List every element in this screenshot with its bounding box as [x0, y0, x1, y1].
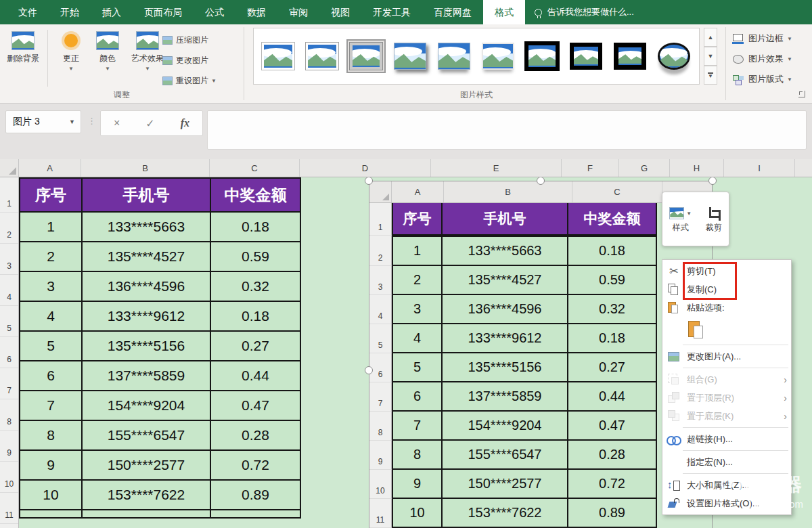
ribbon-tab[interactable]: 数据: [235, 0, 277, 24]
floating-picture[interactable]: ABC 1 序号 手机号 中奖金额 2 1 133****5663: [369, 181, 713, 528]
row-header[interactable]: 9: [0, 431, 18, 462]
cell-serial[interactable]: 10: [20, 481, 83, 510]
cell-amount[interactable]: 0.28: [211, 421, 300, 451]
cell-amount[interactable]: 0.27: [211, 332, 300, 361]
ribbon-tab[interactable]: 百度网盘: [422, 0, 483, 24]
cell-phone[interactable]: 154****9204: [83, 391, 211, 421]
picture-effects-button[interactable]: 图片效果 ▼: [732, 49, 792, 69]
column-header[interactable]: G: [619, 159, 670, 177]
row-header[interactable]: 1: [0, 177, 18, 213]
cell-phone[interactable]: 155****6547: [83, 421, 211, 451]
column-header[interactable]: A: [19, 159, 81, 177]
row-header[interactable]: 6: [0, 337, 18, 368]
column-header[interactable]: F: [562, 159, 619, 177]
worksheet[interactable]: 1234567891011 序号 手机号 中奖金额 1 133****5663 …: [0, 177, 812, 528]
name-box[interactable]: 图片 3 ▼: [5, 110, 81, 133]
cell-amount[interactable]: 0.18: [211, 213, 300, 242]
reset-picture-button[interactable]: 重设图片 ▼: [162, 70, 217, 91]
gallery-up-button[interactable]: ▲: [704, 28, 717, 47]
ribbon-tab[interactable]: 文件: [7, 0, 49, 24]
picture-style-thumbnail-simple-white[interactable]: [259, 40, 297, 72]
cell-phone[interactable]: 135****5156: [83, 332, 211, 361]
resize-handle-top-right[interactable]: [708, 177, 717, 185]
context-menu-item[interactable]: 置于底层(K)›: [662, 407, 791, 425]
row-header[interactable]: 5: [0, 306, 18, 337]
insert-function-button[interactable]: fx: [181, 117, 189, 129]
row-header[interactable]: 8: [0, 399, 18, 431]
cell-serial[interactable]: 2: [20, 242, 83, 272]
ribbon-tab[interactable]: 公式: [194, 0, 235, 24]
picture-style-thumbnail-double-black[interactable]: [523, 40, 561, 72]
cell-serial[interactable]: 4: [20, 302, 83, 332]
column-header[interactable]: E: [431, 159, 562, 177]
picture-layout-button[interactable]: 图片版式 ▼: [732, 69, 792, 89]
cell-serial[interactable]: 1: [20, 213, 83, 242]
cell-phone[interactable]: 133****5663: [83, 213, 211, 242]
context-menu-item[interactable]: 更改图片(A)...: [662, 347, 791, 366]
context-menu-item[interactable]: 剪切(T): [662, 262, 791, 280]
context-menu-item[interactable]: 指定宏(N)...: [662, 453, 791, 471]
row-header[interactable]: 4: [0, 275, 18, 306]
formula-input[interactable]: [207, 110, 807, 150]
column-header[interactable]: D: [300, 159, 431, 177]
cell-serial[interactable]: 9: [20, 451, 83, 481]
compress-picture-button[interactable]: 压缩图片: [162, 30, 217, 50]
row-header[interactable]: 10: [0, 462, 18, 493]
cell-phone[interactable]: 133****9612: [83, 302, 211, 332]
cell-phone[interactable]: 135****4527: [83, 242, 211, 272]
cell-phone[interactable]: 153****7622: [83, 481, 211, 510]
header-cell-amount[interactable]: 中奖金额: [211, 179, 300, 213]
header-cell-serial[interactable]: 序号: [20, 179, 83, 213]
corrections-button[interactable]: 更正 ▼: [53, 28, 89, 72]
cancel-button[interactable]: ×: [114, 117, 120, 129]
picture-style-thumbnail-black-thick[interactable]: [611, 40, 649, 72]
cell-amount[interactable]: 0.89: [211, 481, 300, 510]
cell-amount[interactable]: 0.47: [211, 391, 300, 421]
picture-style-thumbnail-oval[interactable]: [655, 40, 693, 72]
column-header[interactable]: C: [210, 159, 300, 177]
ribbon-tab[interactable]: 格式: [483, 0, 525, 24]
cell-serial[interactable]: 3: [20, 272, 83, 302]
ribbon-tab[interactable]: 开始: [49, 0, 91, 24]
cell-serial[interactable]: 7: [20, 391, 83, 421]
cell-serial[interactable]: 8: [20, 421, 83, 451]
resize-handle-middle-left[interactable]: [365, 366, 373, 374]
cell-amount[interactable]: 0.32: [211, 272, 300, 302]
context-menu-item[interactable]: 置于顶层(R)›: [662, 389, 791, 407]
change-picture-button[interactable]: 更改图片: [162, 50, 217, 70]
cell-phone[interactable]: 136****4596: [83, 272, 211, 302]
row-header[interactable]: 11: [0, 493, 18, 524]
ribbon-tab[interactable]: 审阅: [277, 0, 319, 24]
column-header[interactable]: B: [81, 159, 210, 177]
color-button[interactable]: 颜色 ▼: [89, 28, 126, 72]
context-menu-item[interactable]: [662, 317, 791, 343]
ribbon-tab[interactable]: 视图: [319, 0, 361, 24]
cell-serial[interactable]: 6: [20, 361, 83, 391]
cell-amount[interactable]: 0.18: [211, 302, 300, 332]
column-header[interactable]: H: [670, 159, 724, 177]
crop-button[interactable]: 裁剪: [706, 204, 722, 234]
cell-serial[interactable]: 5: [20, 332, 83, 361]
remove-background-button[interactable]: 删除背景: [3, 28, 43, 72]
cell-amount[interactable]: 0.59: [211, 242, 300, 272]
prize-table[interactable]: 序号 手机号 中奖金额 1 133****5663 0.18 2 135****…: [19, 177, 301, 519]
picture-style-thumbnail-shadow[interactable]: [391, 40, 429, 72]
row-header[interactable]: 3: [0, 244, 18, 275]
header-cell-phone[interactable]: 手机号: [83, 179, 211, 213]
context-menu-item[interactable]: 粘贴选项:: [662, 299, 791, 317]
picture-border-button[interactable]: 图片边框 ▼: [732, 28, 792, 49]
enter-button[interactable]: ✓: [145, 117, 154, 130]
ribbon-tab[interactable]: 插入: [91, 0, 133, 24]
row-header[interactable]: 7: [0, 368, 18, 399]
gallery-down-button[interactable]: ▼: [704, 47, 717, 66]
context-menu-item[interactable]: 组合(G)›: [662, 370, 791, 389]
context-menu-item[interactable]: 复制(C): [662, 280, 791, 299]
picture-style-thumbnail-reflection[interactable]: [435, 40, 473, 72]
column-header[interactable]: I: [724, 159, 795, 177]
tell-me-search[interactable]: 告诉我您想要做什么...: [525, 0, 634, 24]
cell-phone[interactable]: 150****2577: [83, 451, 211, 481]
style-button[interactable]: ▼ 样式: [669, 204, 692, 234]
gallery-more-button[interactable]: ▼: [704, 66, 717, 85]
select-all-corner[interactable]: [0, 159, 19, 177]
picture-style-thumbnail-black[interactable]: [567, 40, 605, 72]
